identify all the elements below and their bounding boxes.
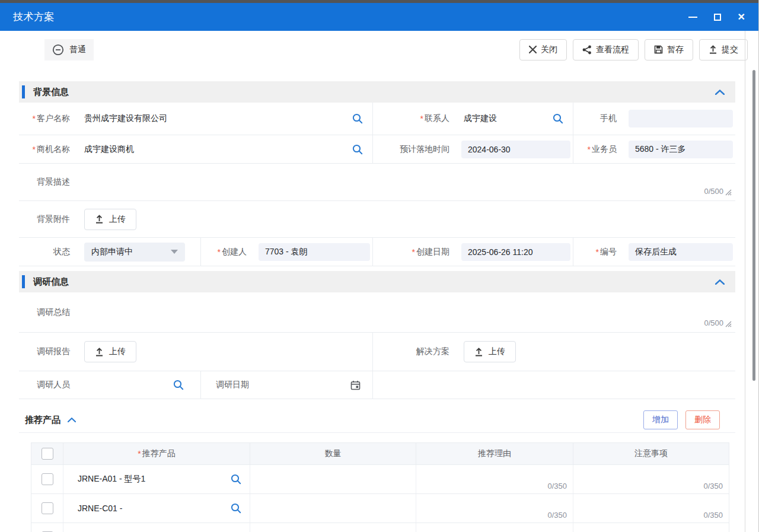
view-flow-button[interactable]: 查看流程 (573, 39, 639, 60)
row-select-cell (31, 465, 63, 493)
close-window-icon[interactable]: ✕ (738, 12, 745, 22)
product-cell[interactable] (63, 523, 250, 532)
calendar-icon[interactable] (350, 380, 361, 390)
search-icon[interactable] (553, 113, 563, 124)
table-row: JRNE-A01 - 型号1 0/350 0/350 (31, 464, 729, 493)
customer-name-field[interactable]: 贵州成宇建设有限公司 (76, 103, 372, 135)
research-report-cell: 上传 (76, 333, 372, 371)
note-cell[interactable]: 0/350 (573, 465, 729, 493)
reason-cell[interactable]: 0/350 (416, 465, 573, 493)
note-cell[interactable] (573, 523, 729, 532)
row-select-cell (31, 523, 63, 532)
floppy-save-icon (654, 45, 663, 54)
customer-name-value: 贵州成宇建设有限公司 (84, 113, 167, 124)
row-checkbox[interactable] (42, 473, 53, 485)
researcher-field[interactable] (76, 371, 200, 399)
col-header-reason: 推荐理由 (416, 443, 573, 464)
search-icon[interactable] (231, 503, 241, 514)
quantity-cell[interactable] (250, 494, 416, 523)
empty-cell (372, 371, 735, 399)
save-draft-button[interactable]: 暂存 (645, 39, 693, 60)
search-icon[interactable] (231, 474, 241, 485)
reason-cell[interactable] (416, 523, 573, 532)
textarea-resize-icon[interactable] (724, 320, 732, 327)
close-button-label: 关闭 (541, 44, 557, 55)
research-date-label: 调研日期 (200, 371, 255, 399)
maximize-icon[interactable] (714, 14, 721, 21)
opportunity-name-field[interactable]: 成宇建设商机 (76, 135, 372, 163)
background-attachment-label: 背景附件 (19, 201, 76, 237)
textarea-resize-icon[interactable] (724, 188, 732, 196)
vertical-scrollbar[interactable] (752, 70, 755, 381)
reason-cell[interactable]: 0/350 (416, 494, 573, 523)
note-cell[interactable]: 0/350 (573, 494, 729, 523)
collapse-chevron-icon[interactable] (715, 279, 725, 285)
close-icon (529, 46, 537, 53)
number-value: 保存后生成 (629, 243, 733, 261)
quantity-cell[interactable] (250, 523, 416, 532)
product-cell[interactable]: JRNE-A01 - 型号1 (63, 465, 250, 493)
char-counter: 0/350 (547, 482, 567, 490)
background-desc-textarea[interactable]: 0/500 (76, 164, 735, 200)
opportunity-name-label: * 商机名称 (19, 135, 76, 163)
select-all-cell (31, 443, 63, 464)
char-counter: 0/350 (703, 511, 723, 520)
products-divider (19, 432, 735, 433)
form-content: 背景信息 * 客户名称 贵州成宇建设有限公司 * 联系人 成宇建设 (19, 81, 735, 532)
window-title: 技术方案 (13, 10, 55, 24)
created-date-wrap: 2025-06-26 11:20 (455, 238, 573, 266)
landing-date-value[interactable]: 2024-06-30 (461, 141, 570, 158)
collapse-chevron-icon[interactable] (68, 418, 76, 422)
submit-button[interactable]: 提交 (699, 39, 748, 60)
search-icon[interactable] (352, 144, 363, 155)
upload-submit-icon (709, 45, 717, 54)
table-row (31, 523, 729, 532)
search-icon[interactable] (352, 113, 363, 124)
research-summary-textarea[interactable]: 0/500 (76, 292, 735, 332)
minimize-icon[interactable] (688, 17, 697, 18)
research-summary-label: 调研总结 (19, 292, 76, 332)
submit-label: 提交 (722, 44, 738, 55)
status-dropdown[interactable]: 内部申请中 (84, 243, 185, 262)
delete-row-button[interactable]: 删除 (685, 410, 720, 429)
research-date-field[interactable] (255, 371, 372, 399)
form-row: * 商机名称 成宇建设商机 预计落地时间 2024-06-30 * 业务员 56… (19, 135, 735, 164)
mobile-input[interactable] (629, 110, 733, 128)
save-draft-label: 暂存 (667, 44, 684, 55)
section-accent-bar (22, 85, 25, 98)
researcher-label: 调研人员 (19, 371, 76, 399)
required-mark: * (596, 247, 599, 257)
add-row-button[interactable]: 增加 (643, 410, 678, 429)
share-flow-icon (582, 45, 592, 55)
landing-date-wrap: 2024-06-30 (455, 135, 573, 163)
search-icon[interactable] (173, 380, 184, 390)
status-value: 内部申请中 (91, 247, 133, 257)
collapse-chevron-icon[interactable] (715, 90, 725, 95)
title-bar: 技术方案 ✕ (0, 3, 758, 31)
product-cell[interactable]: JRNE-C01 - (63, 494, 250, 523)
creator-wrap: 7703 - 袁朗 (253, 238, 372, 266)
upload-label: 上传 (109, 214, 126, 225)
upload-button[interactable]: 上传 (464, 341, 516, 362)
number-label: * 编号 (573, 238, 623, 266)
upload-button[interactable]: 上传 (84, 209, 136, 230)
upload-label: 上传 (489, 346, 505, 357)
priority-badge[interactable]: 普通 (44, 39, 94, 60)
close-button[interactable]: 关闭 (519, 39, 567, 60)
created-date-label: * 创建日期 (372, 238, 455, 266)
form-row: * 客户名称 贵州成宇建设有限公司 * 联系人 成宇建设 手机 (19, 103, 735, 135)
char-counter: 0/500 (704, 318, 723, 327)
char-counter: 0/350 (703, 482, 723, 490)
quantity-cell[interactable] (250, 465, 416, 493)
contact-field[interactable]: 成宇建设 (455, 103, 573, 135)
select-all-checkbox[interactable] (42, 448, 53, 460)
form-row: 背景附件 上传 (19, 201, 735, 238)
products-table: * 推荐产品 数量 推荐理由 注意事项 JRNE-A01 - 型号1 (31, 442, 729, 532)
background-attachment-cell: 上传 (76, 201, 735, 237)
salesman-wrap: 5680 - 许三多 (623, 135, 735, 163)
solution-cell: 上传 (455, 333, 735, 371)
required-mark: * (138, 449, 141, 458)
row-checkbox[interactable] (42, 502, 53, 514)
upload-button[interactable]: 上传 (84, 341, 136, 362)
form-row: 调研报告 上传 解决方案 上传 (19, 333, 735, 371)
